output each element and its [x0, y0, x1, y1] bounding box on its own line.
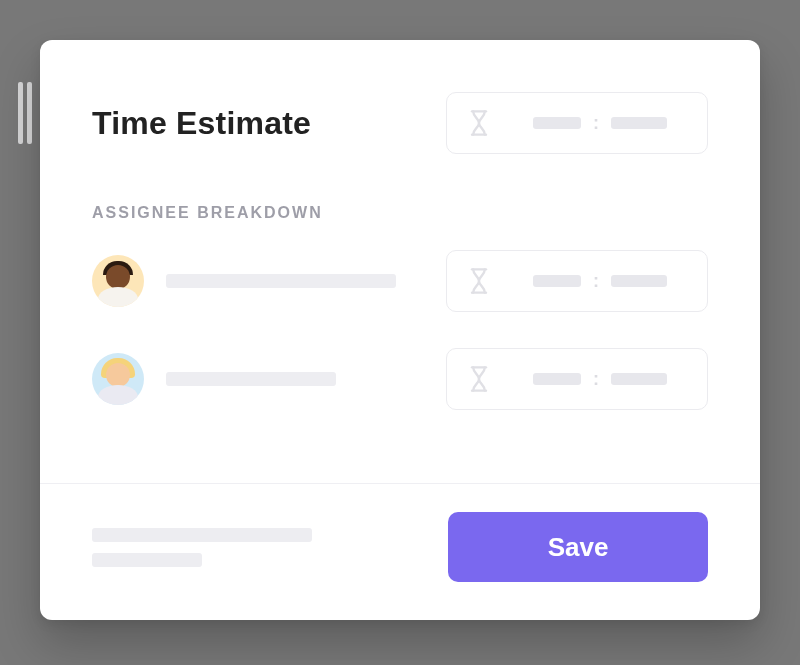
assignee-name-placeholder [166, 372, 336, 386]
total-time-input[interactable]: : [446, 92, 708, 154]
background-sidebar-hint [18, 82, 34, 144]
assignee-info [92, 255, 396, 307]
time-segments: : [511, 114, 689, 132]
time-segments: : [511, 370, 689, 388]
minutes-placeholder[interactable] [611, 117, 667, 129]
time-estimate-card: Time Estimate : ASSIGNEE BREAKDOWN [40, 40, 760, 620]
time-separator: : [593, 114, 599, 132]
footer-info [92, 528, 312, 567]
assignee-time-input[interactable]: : [446, 348, 708, 410]
footer-text-placeholder [92, 528, 312, 542]
time-segments: : [511, 272, 689, 290]
time-separator: : [593, 272, 599, 290]
hours-placeholder[interactable] [533, 373, 581, 385]
assignee-name-placeholder [166, 274, 396, 288]
hours-placeholder[interactable] [533, 275, 581, 287]
assignee-time-input[interactable]: : [446, 250, 708, 312]
assignee-breakdown-label: ASSIGNEE BREAKDOWN [92, 204, 708, 222]
minutes-placeholder[interactable] [611, 373, 667, 385]
card-footer: Save [40, 483, 760, 620]
avatar [92, 353, 144, 405]
hourglass-icon [465, 109, 493, 137]
assignee-row: : [92, 250, 708, 312]
assignee-row: : [92, 348, 708, 410]
hours-placeholder[interactable] [533, 117, 581, 129]
hourglass-icon [465, 267, 493, 295]
time-separator: : [593, 370, 599, 388]
save-button[interactable]: Save [448, 512, 708, 582]
footer-text-placeholder [92, 553, 202, 567]
assignee-info [92, 353, 336, 405]
card-body: Time Estimate : ASSIGNEE BREAKDOWN [40, 40, 760, 483]
avatar [92, 255, 144, 307]
minutes-placeholder[interactable] [611, 275, 667, 287]
header-row: Time Estimate : [92, 92, 708, 154]
page-title: Time Estimate [92, 105, 311, 142]
hourglass-icon [465, 365, 493, 393]
